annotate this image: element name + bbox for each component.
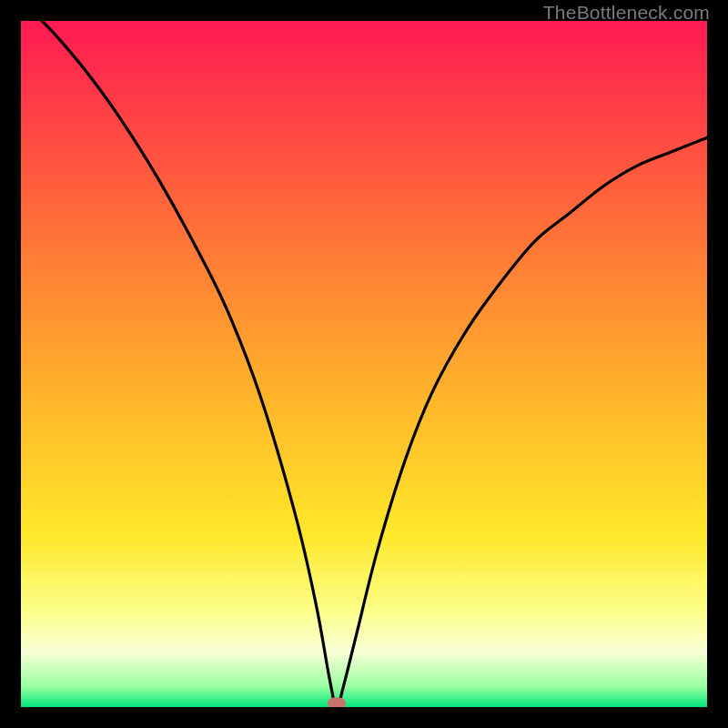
optimum-marker xyxy=(328,698,346,708)
plot-area xyxy=(21,21,707,707)
bottleneck-curve xyxy=(21,21,707,707)
chart-frame: TheBottleneck.com xyxy=(0,0,728,728)
watermark-text: TheBottleneck.com xyxy=(543,2,710,24)
